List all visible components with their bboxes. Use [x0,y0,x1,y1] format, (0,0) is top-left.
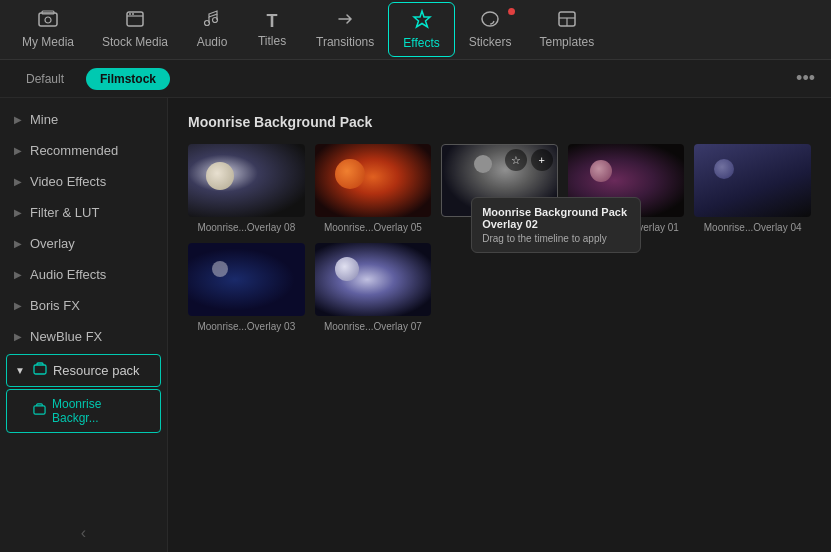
effect-item-overlay-02[interactable]: ☆ + Moo... Moonrise Background Pack Over… [441,144,558,233]
titles-icon: T [267,12,278,30]
content-area: Moonrise Background Pack Moonrise...Over… [168,98,831,552]
arrow-down-icon: ▼ [15,365,25,376]
nav-templates[interactable]: Templates [525,4,608,55]
effect-label-03: Moonrise...Overlay 03 [188,321,305,332]
sidebar: ▶ Mine ▶ Recommended ▶ Video Effects ▶ F… [0,98,168,552]
sidebar-item-video-effects[interactable]: ▶ Video Effects [0,166,167,197]
section-title: Moonrise Background Pack [188,114,811,130]
arrow-icon: ▶ [14,145,22,156]
effects-icon [412,9,432,32]
sidebar-item-recommended[interactable]: ▶ Recommended [0,135,167,166]
nav-titles-label: Titles [258,34,286,48]
nav-templates-label: Templates [539,35,594,49]
audio-icon [203,10,221,31]
sidebar-item-boris-fx-label: Boris FX [30,298,80,313]
sidebar-subitem-moonrise-label: Moonrise Backgr... [52,397,140,425]
effect-label-02: Moo... [441,222,558,233]
sidebar-item-newblue-fx-label: NewBlue FX [30,329,102,344]
svg-rect-15 [34,406,45,414]
filter-filmstock-btn[interactable]: Filmstock [86,68,170,90]
resource-pack-icon [33,362,47,379]
effect-label-04: Moonrise...Overlay 04 [694,222,811,233]
sidebar-item-filter-lut[interactable]: ▶ Filter & LUT [0,197,167,228]
transitions-icon [335,10,355,31]
effect-thumb-01 [568,144,685,217]
nav-stickers-label: Stickers [469,35,512,49]
nav-stickers[interactable]: Stickers [455,4,526,55]
arrow-icon: ▶ [14,176,22,187]
sidebar-collapse-btn[interactable]: ‹ [81,524,86,542]
templates-icon [557,10,577,31]
svg-rect-14 [34,365,46,374]
effect-label-07: Moonrise...Overlay 07 [315,321,432,332]
add-icon-btn[interactable]: + [531,149,553,171]
nav-transitions-label: Transitions [316,35,374,49]
svg-point-5 [132,13,134,15]
nav-audio-label: Audio [197,35,228,49]
nav-my-media-label: My Media [22,35,74,49]
sidebar-item-audio-effects[interactable]: ▶ Audio Effects [0,259,167,290]
my-media-icon [38,10,58,31]
tooltip-sub: Drag to the timeline to apply [482,233,630,244]
arrow-icon: ▶ [14,269,22,280]
sidebar-item-overlay-label: Overlay [30,236,75,251]
effect-item-overlay-03[interactable]: Moonrise...Overlay 03 [188,243,305,332]
effect-label-08: Moonrise...Overlay 08 [188,222,305,233]
sidebar-item-mine[interactable]: ▶ Mine [0,104,167,135]
effect-item-overlay-08[interactable]: Moonrise...Overlay 08 [188,144,305,233]
resource-pack-label: Resource pack [53,363,140,378]
stickers-badge [508,8,515,15]
filter-bar: Default Filmstock ••• [0,60,831,98]
sidebar-item-filter-lut-label: Filter & LUT [30,205,99,220]
nav-titles[interactable]: T Titles [242,6,302,54]
svg-rect-0 [39,13,57,26]
arrow-icon: ▶ [14,331,22,342]
more-options-btn[interactable]: ••• [792,68,819,89]
sidebar-item-newblue-fx[interactable]: ▶ NewBlue FX [0,321,167,352]
arrow-icon: ▶ [14,300,22,311]
sidebar-item-resource-pack[interactable]: ▼ Resource pack [6,354,161,387]
effects-grid: Moonrise...Overlay 08 Moonrise...Overlay… [188,144,811,332]
effect-item-overlay-01[interactable]: Moonrise...k Overlay 01 [568,144,685,233]
stickers-icon [480,10,500,31]
nav-effects-label: Effects [403,36,439,50]
moonrise-pack-icon [33,403,46,419]
effect-thumb-03 [188,243,305,316]
effect-item-overlay-04[interactable]: Moonrise...Overlay 04 [694,144,811,233]
arrow-icon: ▶ [14,207,22,218]
filter-default-btn[interactable]: Default [12,68,78,90]
sidebar-item-overlay[interactable]: ▶ Overlay [0,228,167,259]
effect-thumb-04 [694,144,811,217]
sidebar-item-video-effects-label: Video Effects [30,174,106,189]
sidebar-item-audio-effects-label: Audio Effects [30,267,106,282]
nav-audio[interactable]: Audio [182,4,242,55]
stock-media-icon [125,10,145,31]
sidebar-item-recommended-label: Recommended [30,143,118,158]
effect-thumb-07 [315,243,432,316]
effect-overlay-icons-02: ☆ + [505,149,553,171]
effect-item-overlay-05[interactable]: Moonrise...Overlay 05 [315,144,432,233]
effect-thumb-05 [315,144,432,217]
nav-stock-media[interactable]: Stock Media [88,4,182,55]
sidebar-subitem-moonrise[interactable]: Moonrise Backgr... [6,389,161,433]
effect-item-overlay-07[interactable]: Moonrise...Overlay 07 [315,243,432,332]
sidebar-item-mine-label: Mine [30,112,58,127]
svg-point-4 [129,13,131,15]
effect-label-01: Moonrise...k Overlay 01 [568,222,685,233]
svg-point-2 [45,17,51,23]
arrow-icon: ▶ [14,114,22,125]
nav-transitions[interactable]: Transitions [302,4,388,55]
main-layout: ▶ Mine ▶ Recommended ▶ Video Effects ▶ F… [0,98,831,552]
nav-effects[interactable]: Effects [388,2,454,57]
nav-stock-media-label: Stock Media [102,35,168,49]
favorite-icon-btn[interactable]: ☆ [505,149,527,171]
nav-my-media[interactable]: My Media [8,4,88,55]
effect-thumb-08 [188,144,305,217]
effect-label-05: Moonrise...Overlay 05 [315,222,432,233]
sidebar-item-boris-fx[interactable]: ▶ Boris FX [0,290,167,321]
top-nav: My Media Stock Media Audio T Titles Tran… [0,0,831,60]
svg-marker-10 [414,11,430,27]
arrow-icon: ▶ [14,238,22,249]
effect-thumb-02: ☆ + [441,144,558,217]
